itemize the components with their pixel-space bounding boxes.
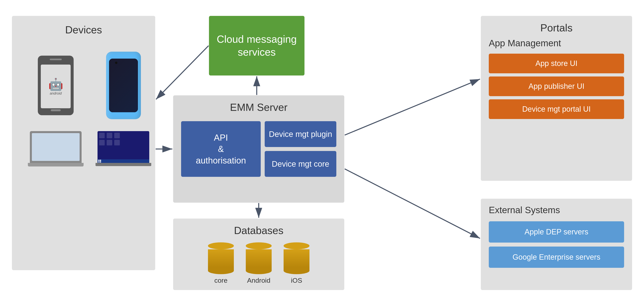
google-enterprise-btn: Google Enterprise servers — [489, 247, 624, 268]
emm-core-text: Device mgt core — [272, 159, 329, 168]
win-desktop — [98, 131, 149, 163]
databases-title: Databases — [173, 219, 344, 236]
portals-title: Portals — [481, 16, 632, 34]
iphone-screen — [109, 59, 138, 112]
db-android-label: Android — [247, 277, 270, 284]
macbook-screen — [30, 131, 82, 163]
db-ios: iOS — [284, 242, 310, 284]
windows-base — [96, 163, 151, 166]
db-icons: core Android iOS — [173, 236, 344, 290]
devices-title: Devices — [12, 16, 155, 40]
portals-box: Portals App Management App store UI App … — [481, 16, 632, 181]
device-mgt-portal-btn-label: Device mgt portal UI — [522, 105, 591, 114]
win-desktop-icons — [99, 133, 120, 146]
macbook — [28, 131, 84, 171]
windows-screen — [98, 131, 149, 163]
win-icon — [114, 140, 120, 146]
external-systems-box: External Systems Apple DEP servers Googl… — [481, 199, 632, 290]
app-store-btn: App store UI — [489, 54, 624, 73]
arrow-cloud-to-devices — [156, 46, 208, 99]
emm-server-box: EMM Server API&authorisation Device mgt … — [173, 95, 344, 203]
emm-right: Device mgt plugin Device mgt core — [265, 121, 336, 177]
app-publisher-btn: App publisher UI — [489, 76, 624, 96]
device-mgt-portal-btn: Device mgt portal UI — [489, 99, 624, 119]
emm-api-text: API&authorisation — [196, 132, 246, 166]
emm-plugin-box: Device mgt plugin — [265, 121, 336, 147]
external-systems-title: External Systems — [481, 199, 632, 217]
db-top — [284, 242, 310, 249]
android-phone: 🤖 android — [38, 56, 74, 115]
db-ios-label: iOS — [291, 277, 302, 284]
win-icon — [114, 133, 120, 138]
win-start-icon — [98, 160, 101, 162]
emm-plugin-text: Device mgt plugin — [269, 130, 332, 139]
app-management-title: App Management — [481, 34, 632, 50]
db-bottom — [284, 267, 310, 274]
windows-laptop — [96, 131, 151, 171]
db-core: core — [208, 242, 234, 284]
android-screen: 🤖 android — [41, 65, 71, 108]
app-publisher-btn-label: App publisher UI — [528, 82, 584, 91]
apple-dep-btn-label: Apple DEP servers — [524, 228, 588, 236]
diagram-container: Devices 🤖 android — [0, 0, 644, 298]
db-cylinder-ios — [284, 242, 310, 274]
db-android: Android — [246, 242, 272, 284]
db-top — [246, 242, 272, 249]
db-bottom — [208, 267, 234, 274]
apple-dep-btn: Apple DEP servers — [489, 221, 624, 243]
arrow-emm-to-external — [345, 169, 480, 238]
iphone-camera — [115, 62, 118, 64]
databases-box: Databases core Android — [173, 219, 344, 290]
db-core-label: core — [214, 277, 228, 284]
db-cylinder-core — [208, 242, 234, 274]
devices-box: Devices 🤖 android — [12, 16, 155, 270]
emm-api-box: API&authorisation — [181, 121, 261, 177]
win-icon — [107, 133, 112, 138]
win-icon — [107, 140, 112, 146]
iphone-screen-inner — [109, 59, 138, 112]
win-icon — [99, 140, 105, 146]
android-logo-icon: 🤖 — [48, 77, 63, 91]
iphone — [106, 52, 141, 119]
emm-inner: API&authorisation Device mgt plugin Devi… — [173, 117, 344, 181]
app-store-btn-label: App store UI — [535, 59, 577, 68]
macbook-screen-inner — [32, 133, 80, 161]
db-body — [284, 249, 310, 267]
win-taskbar — [98, 159, 149, 163]
win-icon — [99, 133, 105, 138]
cloud-messaging-box: Cloud messaging services — [209, 16, 304, 75]
device-icons: 🤖 android — [12, 40, 155, 183]
android-text: android — [50, 91, 62, 96]
emm-server-title: EMM Server — [173, 95, 344, 117]
db-cylinder-android — [246, 242, 272, 274]
macbook-base — [28, 163, 84, 166]
google-enterprise-btn-label: Google Enterprise servers — [512, 253, 600, 262]
emm-core-box: Device mgt core — [265, 151, 336, 177]
arrow-emm-to-portals — [345, 79, 480, 135]
cloud-messaging-title: Cloud messaging services — [209, 33, 304, 59]
db-body — [246, 249, 272, 267]
db-body — [208, 249, 234, 267]
db-bottom — [246, 267, 272, 274]
db-top — [208, 242, 234, 249]
